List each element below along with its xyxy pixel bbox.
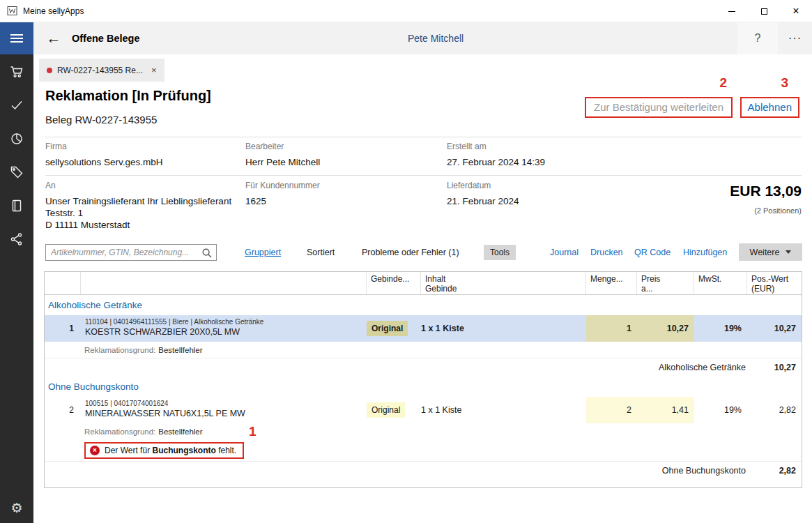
share-icon [10,232,24,246]
preis-cell[interactable]: 1,41 [637,397,694,423]
gebinde-badge: Original [367,321,408,336]
reklamationsgrund-label: Reklamationsgrund: [84,346,155,354]
page-title: Offene Belege [72,33,140,44]
hinzufuegen-link[interactable]: Hinzufügen [683,248,727,257]
close-button[interactable]: × [780,0,812,22]
drucken-link[interactable]: Drucken [590,248,623,257]
document-title: Reklamation [In Prüfung] [45,88,211,104]
maximize-button[interactable] [748,0,780,22]
field-label: Bearbeiter [245,142,320,151]
back-button[interactable]: ← [42,22,66,54]
row-number: 2 [45,397,81,423]
positions-count: (2 Positionen) [754,206,802,215]
col-header-num [45,272,81,294]
user-name-link[interactable]: Pete Mitchell [408,33,464,44]
field-bearbeiter: Bearbeiter Herr Pete Mitchell [245,142,320,168]
sidebar-item-journal[interactable] [8,199,25,213]
field-value-line: D 11111 Musterstadt [45,219,231,231]
filter-gruppiert-link[interactable]: Gruppiert [245,248,281,257]
app-icon [7,6,17,16]
field-label: Lieferdatum [447,181,519,190]
error-message: Der Wert für Buchungskonto fehlt. [105,446,236,455]
group-footer: Ohne Buchungskonto 2,82 [45,461,802,480]
tools-button[interactable]: Tools [484,245,516,260]
col-header-inhalt[interactable]: InhaltGebinde [421,272,586,294]
unsaved-dot-icon [47,68,52,73]
table-row[interactable]: 2 100515 | 04017074001624 MINERALWASSER … [45,397,802,423]
sidebar-item-cart[interactable] [8,65,25,79]
mwst-cell: 19% [694,315,747,342]
field-value: 21. Februar 2024 [447,195,519,207]
group-header[interactable]: Ohne Buchungskonto [45,377,802,397]
chevron-down-icon [786,250,791,254]
annotation-1: 1 [249,424,256,439]
sidebar-item-prices[interactable] [8,165,25,179]
tab-close-icon[interactable]: × [151,65,157,75]
field-value-line: Teststr. 1 [45,207,231,219]
table-row[interactable]: 1 110104 | 04014964111555 | Biere | Alko… [45,315,802,342]
col-header-desc [81,272,367,294]
window-title: Meine sellyApps [23,6,84,16]
document-tab[interactable]: RW-0227-143955 Re... × [39,59,164,82]
col-header-wert[interactable]: Pos.-Wert(EUR) [747,272,802,294]
row-description: 110104 | 04014964111555 | Biere | Alkoho… [81,315,367,342]
sidebar-item-tasks[interactable] [8,98,25,112]
weitere-dropdown-button[interactable]: Weitere [739,243,802,261]
annotation-2: 2 [719,75,727,91]
sidebar-item-statistics[interactable] [8,132,25,146]
document-number: Beleg RW-0227-143955 [45,114,157,126]
wert-cell: 2,82 [747,397,802,423]
reklamationsgrund-label: Reklamationsgrund: [84,427,155,436]
app-header: ← Offene Belege Pete Mitchell ? ··· [33,22,812,54]
forward-button[interactable]: Zur Bestätigung weiterleiten [585,97,733,118]
qr-code-link[interactable]: QR Code [634,248,671,257]
total-amount: EUR 13,09 [730,183,802,199]
more-button[interactable]: ··· [778,22,812,54]
hamburger-menu-button[interactable] [0,22,33,54]
reject-button[interactable]: Ablehnen [740,97,799,118]
field-firma: Firma sellysolutions Serv.ges.mbH [45,142,163,168]
col-header-mwst[interactable]: MwSt. [694,272,747,294]
menge-cell[interactable]: 1 [586,315,637,342]
field-label: An [45,181,231,190]
field-kundennummer: Für Kundennummer 1625 [245,181,320,207]
wert-cell: 10,27 [747,315,802,342]
journal-icon [10,199,24,213]
preis-cell[interactable]: 10,27 [637,315,694,342]
filter-sortiert-link[interactable]: Sortiert [307,248,335,257]
col-header-gebinde[interactable]: Gebinde... [367,272,421,294]
table-header-row: Gebinde... InhaltGebinde Menge... Preisa… [45,272,802,295]
help-button[interactable]: ? [737,22,778,54]
field-value: 27. Februar 2024 14:39 [447,156,545,168]
search-icon [201,248,213,259]
journal-link[interactable]: Journal [550,248,579,257]
group-header[interactable]: Alkoholische Getränke [45,295,802,315]
field-lieferdatum: Lieferdatum 21. Februar 2024 [447,181,519,207]
filter-probleme-link[interactable]: Probleme oder Fehler (1) [362,248,459,257]
group-footer-label: Ohne Buchungskonto [662,466,746,476]
article-name: KOESTR SCHWARZBIER 20X0,5L MW [85,327,362,337]
search-input[interactable] [46,245,216,260]
field-erstellt-am: Erstellt am 27. Februar 2024 14:39 [447,142,545,168]
field-an: An Unser Trainingslieferant Ihr Liebling… [45,181,231,231]
group-footer-value: 2,82 [746,466,802,476]
price-tag-icon [10,165,24,179]
divider [45,137,802,137]
group-footer-value: 10,27 [746,363,802,372]
inhalt-cell: 1 x 1 Kiste [421,315,586,342]
sidebar-item-share[interactable] [8,232,25,246]
menge-cell[interactable]: 2 [586,397,637,423]
divider [45,175,802,176]
sidebar-item-settings[interactable]: ⚙ [0,500,33,516]
reklamationsgrund-row: Reklamationsgrund: Bestellfehler [45,342,802,358]
article-meta: 110104 | 04014964111555 | Biere | Alkoho… [85,318,362,326]
col-header-menge[interactable]: Menge... [586,272,637,294]
row-description: 100515 | 04017074001624 MINERALWASSER NA… [81,397,367,423]
field-label: Firma [45,142,163,151]
field-value-line: Unser Trainingslieferant Ihr Lieblingsli… [45,195,231,207]
group-footer: Alkoholische Getränke 10,27 [45,358,802,377]
app-window: Meine sellyApps × ← Offene Belege Pete M… [0,0,812,523]
minimize-button[interactable] [716,0,748,22]
reklamationsgrund-value: Bestellfehler [158,427,202,436]
col-header-preis[interactable]: Preisa... [637,272,694,294]
